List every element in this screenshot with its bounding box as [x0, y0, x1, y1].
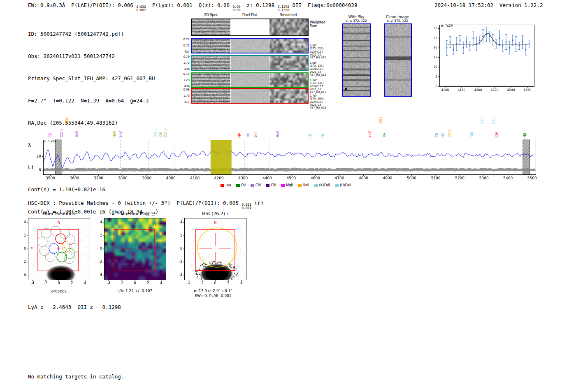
weighted-smoothed-image: [269, 19, 308, 35]
lineflux-map-plot: [93, 216, 171, 289]
spectrum-legend: LyαOIICIVCIIIMgIIHeII(K)CaII(H)CaII: [33, 183, 539, 187]
fiber4-2dspec-image: [192, 89, 230, 103]
spectral-line-label: NV: [238, 133, 242, 137]
weighted-sum-row: [191, 19, 309, 36]
spectral-line-label: OIII ): [492, 116, 496, 124]
lya-oii-redshifts: LyA z = 2.4643 OII z = 0.1298: [28, 304, 158, 311]
summary-header: EW: 0.9±0.3Å P(LAE)/P(OII): 0.006 0.0220…: [28, 2, 357, 12]
fiber2-weights: 0.191.72436: [176, 55, 190, 71]
fiber4-smoothed-image: [269, 89, 308, 103]
spectral-line-label: Hγ: [383, 133, 386, 137]
spectral-line-label: CII: [435, 133, 439, 137]
spectral-line-label: CIV: [495, 132, 499, 137]
observation-id: Obs: 20240117v021_5001247742: [28, 53, 158, 60]
timestamp-version: 2024-10-18 17:52:02 Version 1.22.2: [434, 2, 543, 8]
spectral-line-label: Hβ: [441, 133, 445, 137]
z-uncertainty: 0.12980.1298: [278, 5, 289, 12]
hsc-ewr-caption: EWr: 0. PLAE: 0.005: [176, 294, 250, 298]
fiber-cutout-row-1: [191, 38, 309, 53]
version-label: Version 1.22.2: [499, 2, 543, 8]
legend-item: (H)CaII: [335, 183, 351, 187]
legend-swatch: [314, 184, 318, 187]
spectral-line-label: Hε: [321, 133, 325, 137]
spectrum-units-label: e⁻¹⁷x2Å: [44, 139, 56, 143]
legend-swatch: [251, 184, 254, 187]
clean-image-coords: x, y: 372, 122: [383, 19, 412, 23]
lineflux-caption: s/b: 1.22 +/- 0.107: [98, 289, 172, 293]
col-header-smoothed: Smoothed: [269, 13, 307, 17]
weighted-sum-label: Weighted Sum: [310, 21, 325, 28]
spectral-line-label: CII: [49, 133, 52, 137]
with-sky-coords: x, y: 372, 122: [341, 19, 371, 23]
spectral-line-label: OIII ): [481, 116, 484, 124]
spectral-line-label: CIII ): [448, 130, 452, 137]
spectral-line-label: OVI ): [164, 129, 168, 137]
fiber4-weights: 0.081.73417: [176, 88, 190, 104]
legend-swatch: [281, 184, 285, 187]
redshift-value: z: 0.1298: [240, 2, 277, 8]
spectral-line-label: SiIV ): [65, 116, 69, 124]
legend-swatch: [266, 184, 269, 187]
fiber1-smoothed-image: [269, 39, 308, 53]
weighted-pixelflat-blank: [231, 19, 269, 35]
fiber3-weights: 0.151.23436: [176, 72, 190, 88]
spectral-line-label: SiII: [254, 132, 258, 137]
legend-swatch: [236, 184, 240, 187]
spectral-line-label: SiIV: [368, 131, 372, 137]
fit-plot-units-label: e⁻¹⁷x2Å: [441, 24, 453, 28]
legend-swatch: [221, 184, 224, 187]
fiber3-pixelflat-image: [231, 73, 269, 87]
fiber-cutout-row-4: [191, 88, 309, 104]
full-spectrum-plot: [33, 138, 539, 183]
fiber2-pixelflat-image: [231, 56, 269, 70]
fiber1-2dspec-image: [192, 39, 230, 53]
fiber-xlabel: arcsecs: [28, 289, 90, 293]
timestamp: 2024-10-18 17:52:02: [434, 2, 499, 8]
spectral-line-label: HeII: [75, 131, 79, 137]
fiber-cutout-row-2: [191, 55, 309, 71]
line-fit-plot: [427, 21, 537, 95]
spectral-line-label: OIII: [470, 132, 474, 137]
hsc-mag-caption: m:17.9 rc:2.9" s:0.1": [176, 289, 250, 293]
fiber1-weights: 0.220.72437: [176, 38, 190, 53]
legend-swatch: [335, 184, 339, 187]
fiber2-2dspec-image: [192, 56, 230, 70]
plya-qz-value: P(Lyα): 0.001 Q(z): 0.00: [146, 2, 233, 8]
primary-spec-slot: Primary Spec_Slot_IFU_AMP: 427_061_007_R…: [28, 75, 158, 82]
hsc-image-plot: [173, 216, 251, 289]
legend-item: (K)CaII: [314, 183, 330, 187]
legend-item: Lyα: [221, 183, 231, 187]
catalog-note-line1: No matching targets in catalog.: [28, 373, 124, 380]
legend-item: MgII: [281, 183, 293, 187]
col-header-pixelflat: Pixel Flat: [231, 13, 269, 17]
seeing-throughput: F=2.7" T=0.122 N=1.39 A=0.64 g=24.3: [28, 97, 158, 104]
elixer-report-page: EW: 0.9±0.3Å P(LAE)/P(OII): 0.006 0.0220…: [0, 0, 576, 392]
legend-item: CIV: [251, 183, 261, 187]
fiber1-pixelflat-image: [231, 39, 269, 53]
fiber-positions-plot: [16, 216, 95, 289]
detection-id: ID: 5001247742 (5001247742.pdf): [28, 31, 158, 37]
qz-uncertainty: 0.000.00: [233, 5, 241, 12]
ew-and-plae-value: EW: 0.9±0.3Å P(LAE)/P(OII): 0.006: [28, 2, 136, 8]
legend-swatch: [298, 184, 302, 187]
legend-item: OII: [236, 183, 246, 187]
fiber-cutout-row-3: [191, 72, 309, 88]
spectral-line-label: NeV: [113, 131, 116, 137]
with-sky-image: [342, 23, 371, 97]
catalog-note: No matching targets in catalog. Row inte…: [28, 360, 124, 392]
fiber4-pixelflat-image: [231, 89, 269, 103]
fiber3-2dspec-image: [192, 73, 230, 87]
spectral-line-label: SiIV: [119, 131, 123, 137]
flags-value: OII Flags:0x00004029: [289, 2, 358, 8]
cont-n-value: Cont(n) = 1.10(±0.02)e-16: [28, 186, 158, 193]
fiber2-smoothed-image: [269, 56, 308, 70]
spectral-line-label: CIII ): [379, 117, 383, 124]
spectral-line-label: HeII: [276, 131, 280, 137]
spectral-line-label: Hζ: [309, 133, 312, 137]
weighted-2dspec-image: [192, 19, 230, 35]
legend-item: HeII: [298, 183, 309, 187]
spectral-line-label: OVI ): [60, 129, 64, 137]
clean-image: [384, 23, 412, 97]
spectral-line-label: Hη: [246, 133, 250, 137]
col-header-2dspec: 2D Spec: [192, 13, 230, 17]
